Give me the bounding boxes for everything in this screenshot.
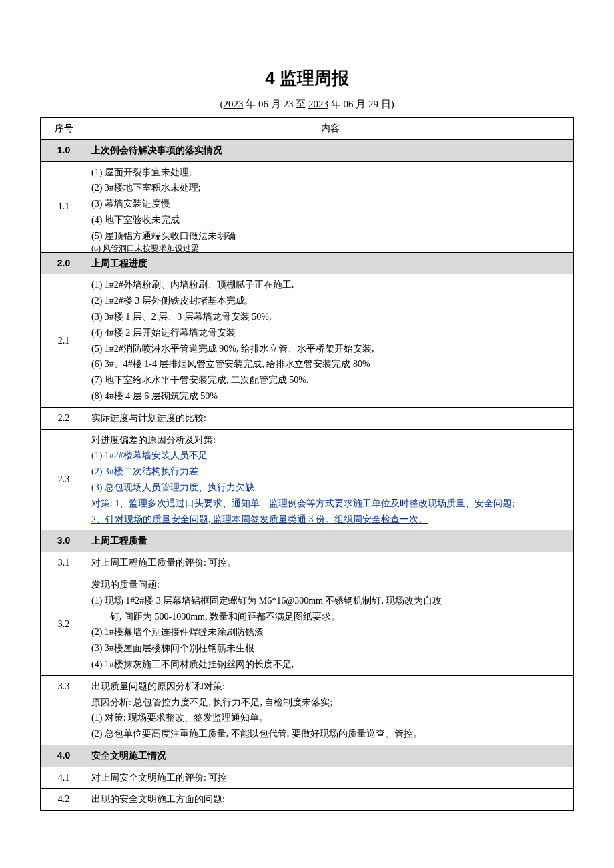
list-item: (2) 1#2#楼 3 层外侧铁皮封堵基本完成, <box>91 293 569 309</box>
section-header: 4.0 安全文明施工情况 <box>41 745 574 767</box>
list-item: (2) 3#楼地下室积水未处理; <box>91 180 569 196</box>
list-item: (4) 地下室验收未完成 <box>91 212 569 228</box>
list-item: (5) 1#2#消防喷淋水平管道完成 90%, 给排水立管、水平桥架开始安装, <box>91 341 569 357</box>
table-row: 2.2 实际进度与计划进度的比较: <box>41 407 574 429</box>
list-item: (6) 3#、4#楼 1-4 层排烟风管立管安装完成, 给排水立管安装完成 80… <box>91 356 569 372</box>
list-item: (2) 总包单位要高度注重施工质量, 不能以包代管, 要做好现场的质量巡查、管控… <box>91 726 569 742</box>
header-col-content: 内容 <box>87 118 574 140</box>
table-row: 1.1 (1) 屋面开裂事宜未处理; (2) 3#楼地下室积水未处理; (3) … <box>41 161 574 252</box>
list-item: (3) 总包现场人员管理力度、执行力欠缺 <box>91 480 569 496</box>
header-col-index: 序号 <box>41 118 87 140</box>
table-row: 4.1 对上周安全文明施工的评价: 可控 <box>41 767 574 789</box>
list-item: (1) 屋面开裂事宜未处理; <box>91 165 569 181</box>
table-row: 3.3 出现质量问题的原因分析和对策: 原因分析: 总包管控力度不足, 执行力不… <box>41 675 574 745</box>
report-table: 序号 内容 1.0 上次例会待解决事项的落实情况 1.1 (1) 屋面开裂事宜未… <box>40 117 574 811</box>
page-title: 4 监理周报 <box>40 67 574 90</box>
list-item: (3) 幕墙安装进度慢 <box>91 196 569 212</box>
date-range: (2023 年 06 月 23 至 2023 年 06 月 29 日) <box>40 98 574 111</box>
table-row: 2.3 对进度偏差的原因分析及对策: (1) 1#2#楼幕墙安装人员不足 (2)… <box>41 429 574 530</box>
list-item: (3) 3#楼屋面层楼梯间个别柱钢筋未生根 <box>91 640 569 657</box>
list-item: (7) 地下室给水水平干管安装完成, 二次配管完成 50%. <box>91 372 569 388</box>
table-row: 3.1 对上周工程施工质量的评价: 可控。 <box>41 552 574 574</box>
list-item: (2) 3#楼二次结构执行力差 <box>91 464 569 480</box>
section-header: 2.0 上周工程进度 <box>41 252 574 274</box>
list-item: 对进度偏差的原因分析及对策: <box>91 432 569 448</box>
list-item: (1) 1#2#楼幕墙安装人员不足 <box>91 448 569 464</box>
list-item: 对策: 1、监理多次通过口头要求、通知单、监理例会等方式要求施工单位及时整改现场… <box>91 496 569 512</box>
list-item: (1) 1#2#外墙粉刷、内墙粉刷、顶棚腻子正在施工, <box>91 277 569 293</box>
table-row: 3.2 发现的质量问题: (1) 现场 1#2#楼 3 层幕墙铝框固定螺钉为 M… <box>41 574 574 675</box>
list-item: (1) 对策: 现场要求整改、签发监理通知单。 <box>91 710 569 726</box>
list-item: (2) 1#楼幕墙个别连接件焊缝未涂刷防锈漆 <box>91 624 569 640</box>
list-item: 2、针对现场的质量安全问题, 监理本周签发质量类通 3 份。组织周安全检查一次。 <box>91 512 569 528</box>
list-item: (8) 4#楼 4 层 6 层砌筑完成 50% <box>91 388 569 404</box>
list-item: (5) 屋顶铝方通端头收口做法未明确 <box>91 228 569 244</box>
table-row: 2.1 (1) 1#2#外墙粉刷、内墙粉刷、顶棚腻子正在施工, (2) 1#2#… <box>41 274 574 407</box>
list-item: (4) 1#楼抹灰施工不同材质处挂钢丝网的长度不足, <box>91 657 569 673</box>
list-item: 发现的质量问题: <box>91 577 569 593</box>
list-item: 出现质量问题的原因分析和对策: <box>91 679 569 695</box>
section-header: 3.0 上周工程质量 <box>41 530 574 552</box>
list-item: 原因分析: 总包管控力度不足, 执行力不足, 自检制度未落实; <box>91 695 569 711</box>
list-item: (3) 3#楼 1 层、2 层、3 层幕墙龙骨安装 50%, <box>91 309 569 325</box>
list-item: 钉, 间距为 500-1000mm, 数量和间距都不满足图纸要求。 <box>91 609 569 625</box>
list-item: (1) 现场 1#2#楼 3 层幕墙铝框固定螺钉为 M6*16@300mm 不锈… <box>91 593 569 609</box>
section-header: 1.0 上次例会待解决事项的落实情况 <box>41 139 574 161</box>
table-row: 4.2 出现的安全文明施工方面的问题: <box>41 789 574 811</box>
table-header-row: 序号 内容 <box>41 118 574 140</box>
list-item: (4) 4#楼 2 层开始进行幕墙龙骨安装 <box>91 325 569 341</box>
list-item-cutoff: (6) 风管洞口未按要求加设过梁 <box>91 244 569 252</box>
